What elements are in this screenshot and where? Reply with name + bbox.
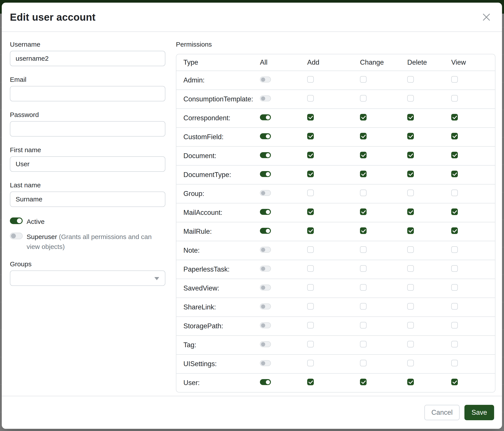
perm-toggle-all[interactable]: [260, 95, 271, 101]
perm-toggle-all[interactable]: [260, 360, 271, 366]
perm-checkbox-change[interactable]: [360, 341, 367, 347]
perm-toggle-all[interactable]: [260, 285, 271, 290]
perm-toggle-all[interactable]: [260, 171, 271, 177]
perm-toggle-all[interactable]: [260, 379, 271, 385]
perm-checkbox-add[interactable]: [307, 379, 314, 385]
perm-toggle-all[interactable]: [260, 247, 271, 253]
perm-checkbox-change[interactable]: [360, 227, 367, 234]
perm-checkbox-change[interactable]: [360, 189, 367, 196]
perm-checkbox-add[interactable]: [307, 95, 314, 102]
perm-checkbox-delete[interactable]: [407, 265, 414, 272]
perm-checkbox-delete[interactable]: [407, 133, 414, 139]
perm-checkbox-delete[interactable]: [407, 171, 414, 177]
perm-checkbox-view[interactable]: [451, 171, 458, 177]
password-input[interactable]: [10, 121, 165, 136]
perm-checkbox-change[interactable]: [360, 360, 367, 366]
perm-checkbox-delete[interactable]: [407, 322, 414, 329]
perm-toggle-all[interactable]: [260, 190, 271, 196]
perm-checkbox-add[interactable]: [307, 189, 314, 196]
perm-toggle-all[interactable]: [260, 209, 271, 215]
perm-checkbox-view[interactable]: [451, 246, 458, 253]
perm-checkbox-change[interactable]: [360, 246, 367, 253]
perm-checkbox-change[interactable]: [360, 322, 367, 329]
perm-checkbox-delete[interactable]: [407, 76, 414, 83]
groups-select[interactable]: [10, 270, 165, 286]
perm-checkbox-view[interactable]: [451, 360, 458, 366]
perm-checkbox-view[interactable]: [451, 189, 458, 196]
perm-checkbox-delete[interactable]: [407, 246, 414, 253]
perm-checkbox-view[interactable]: [451, 227, 458, 234]
perm-toggle-all[interactable]: [260, 266, 271, 272]
perm-checkbox-change[interactable]: [360, 95, 367, 102]
superuser-toggle[interactable]: [10, 233, 23, 239]
table-row: CustomField:: [176, 127, 495, 146]
perm-checkbox-change[interactable]: [360, 171, 367, 177]
perm-checkbox-add[interactable]: [307, 322, 314, 329]
active-toggle[interactable]: [10, 217, 23, 224]
perm-checkbox-delete[interactable]: [407, 114, 414, 120]
perm-checkbox-add[interactable]: [307, 152, 314, 158]
perm-checkbox-view[interactable]: [451, 95, 458, 102]
first-name-input[interactable]: [10, 156, 165, 172]
perm-checkbox-add[interactable]: [307, 284, 314, 291]
perm-checkbox-add[interactable]: [307, 114, 314, 120]
perm-checkbox-add[interactable]: [307, 303, 314, 310]
perm-checkbox-change[interactable]: [360, 152, 367, 158]
last-name-input[interactable]: [10, 191, 165, 207]
perm-checkbox-add[interactable]: [307, 360, 314, 366]
perm-checkbox-delete[interactable]: [407, 303, 414, 310]
perm-checkbox-delete[interactable]: [407, 379, 414, 385]
perm-checkbox-add[interactable]: [307, 133, 314, 139]
perm-checkbox-delete[interactable]: [407, 95, 414, 102]
perm-checkbox-view[interactable]: [451, 341, 458, 347]
perm-checkbox-add[interactable]: [307, 246, 314, 253]
perm-checkbox-add[interactable]: [307, 341, 314, 347]
perm-checkbox-change[interactable]: [360, 76, 367, 83]
perm-checkbox-add[interactable]: [307, 76, 314, 83]
perm-checkbox-change[interactable]: [360, 133, 367, 139]
email-input[interactable]: [10, 86, 165, 101]
perm-checkbox-view[interactable]: [451, 152, 458, 158]
perm-type-label: Tag:: [183, 341, 260, 349]
perm-toggle-all[interactable]: [260, 133, 271, 139]
perm-checkbox-change[interactable]: [360, 114, 367, 120]
perm-checkbox-view[interactable]: [451, 208, 458, 215]
username-input[interactable]: [10, 51, 165, 66]
perm-checkbox-view[interactable]: [451, 322, 458, 329]
perm-toggle-all[interactable]: [260, 322, 271, 328]
perm-toggle-all[interactable]: [260, 341, 271, 347]
perm-toggle-all[interactable]: [260, 152, 271, 158]
save-button[interactable]: Save: [464, 405, 494, 420]
perm-checkbox-change[interactable]: [360, 284, 367, 291]
perm-checkbox-add[interactable]: [307, 227, 314, 234]
perm-checkbox-view[interactable]: [451, 133, 458, 139]
active-toggle-row: Active: [10, 217, 165, 226]
perm-checkbox-view[interactable]: [451, 303, 458, 310]
perm-checkbox-add[interactable]: [307, 265, 314, 272]
cancel-button[interactable]: Cancel: [424, 405, 460, 420]
perm-checkbox-delete[interactable]: [407, 189, 414, 196]
perm-checkbox-change[interactable]: [360, 379, 367, 385]
perm-checkbox-change[interactable]: [360, 303, 367, 310]
perm-checkbox-delete[interactable]: [407, 208, 414, 215]
perm-toggle-all[interactable]: [260, 304, 271, 309]
perm-checkbox-view[interactable]: [451, 265, 458, 272]
perm-checkbox-delete[interactable]: [407, 360, 414, 366]
perm-checkbox-view[interactable]: [451, 379, 458, 385]
perm-checkbox-view[interactable]: [451, 76, 458, 83]
perm-checkbox-view[interactable]: [451, 284, 458, 291]
perm-checkbox-view[interactable]: [451, 114, 458, 120]
perm-checkbox-delete[interactable]: [407, 341, 414, 347]
perm-checkbox-delete[interactable]: [407, 152, 414, 158]
perm-toggle-all[interactable]: [260, 228, 271, 234]
perm-checkbox-delete[interactable]: [407, 284, 414, 291]
close-button[interactable]: [481, 12, 492, 23]
perm-checkbox-change[interactable]: [360, 208, 367, 215]
toggle-knob: [261, 323, 265, 327]
perm-checkbox-change[interactable]: [360, 265, 367, 272]
perm-checkbox-add[interactable]: [307, 208, 314, 215]
perm-toggle-all[interactable]: [260, 114, 271, 120]
perm-toggle-all[interactable]: [260, 77, 271, 82]
perm-checkbox-add[interactable]: [307, 171, 314, 177]
perm-checkbox-delete[interactable]: [407, 227, 414, 234]
